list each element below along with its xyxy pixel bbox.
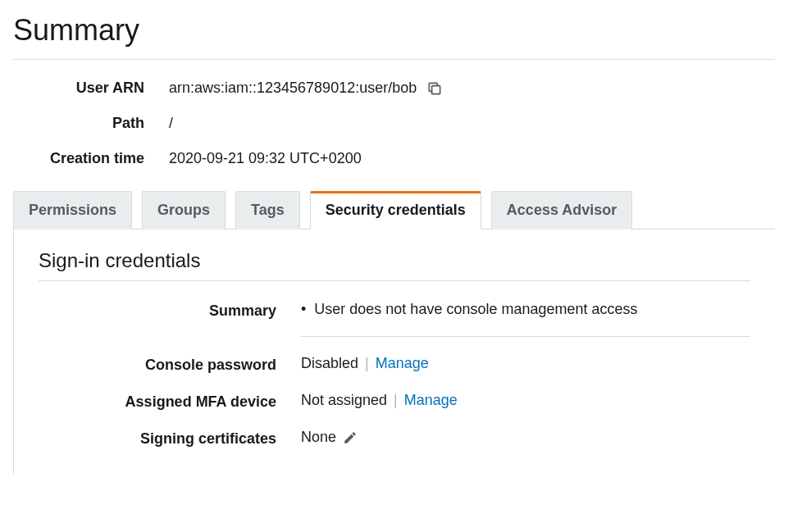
- signing-certs-row: Signing certificates None: [39, 429, 750, 448]
- creation-time-row: Creation time 2020-09-21 09:32 UTC+0200: [21, 150, 775, 167]
- signin-credentials-title: Sign-in credentials: [39, 249, 750, 281]
- console-password-value: Disabled | Manage: [301, 355, 750, 372]
- tab-groups[interactable]: Groups: [142, 191, 225, 230]
- bullet-icon: •: [301, 301, 306, 318]
- console-password-label: Console password: [39, 355, 301, 374]
- summary-text: User does not have console management ac…: [314, 301, 637, 318]
- tabs-container: Permissions Groups Tags Security credent…: [13, 190, 775, 230]
- user-details: User ARN arn:aws:iam::123456789012:user/…: [21, 80, 775, 167]
- user-arn-text: arn:aws:iam::123456789012:user/bob: [169, 80, 417, 97]
- copy-icon[interactable]: [426, 80, 443, 97]
- tab-access-advisor[interactable]: Access Advisor: [491, 191, 632, 230]
- console-password-status: Disabled: [301, 355, 358, 372]
- console-password-manage-link[interactable]: Manage: [376, 355, 429, 372]
- user-arn-label: User ARN: [21, 80, 169, 97]
- summary-value: • User does not have console management …: [301, 301, 750, 337]
- signing-certs-label: Signing certificates: [39, 429, 301, 448]
- tab-tags[interactable]: Tags: [235, 191, 300, 230]
- tab-content: Sign-in credentials Summary • User does …: [13, 230, 775, 474]
- summary-label: Summary: [39, 301, 301, 320]
- user-arn-value: arn:aws:iam::123456789012:user/bob: [169, 80, 443, 97]
- creation-time-value: 2020-09-21 09:32 UTC+0200: [169, 150, 362, 167]
- mfa-manage-link[interactable]: Manage: [404, 392, 458, 409]
- mfa-status: Not assigned: [301, 392, 387, 409]
- tab-security-credentials[interactable]: Security credentials: [310, 191, 481, 230]
- edit-icon[interactable]: [343, 430, 358, 445]
- separator: |: [365, 355, 369, 372]
- mfa-row: Assigned MFA device Not assigned | Manag…: [39, 392, 750, 411]
- console-password-row: Console password Disabled | Manage: [39, 355, 750, 374]
- path-label: Path: [21, 115, 169, 132]
- signing-certs-status: None: [301, 429, 336, 446]
- path-value: /: [169, 115, 173, 132]
- tab-permissions[interactable]: Permissions: [13, 191, 132, 230]
- summary-row: Summary • User does not have console man…: [39, 301, 750, 337]
- creation-time-label: Creation time: [21, 150, 169, 167]
- mfa-label: Assigned MFA device: [39, 392, 301, 411]
- separator: |: [394, 392, 398, 409]
- path-row: Path /: [21, 115, 775, 132]
- user-arn-row: User ARN arn:aws:iam::123456789012:user/…: [21, 80, 775, 97]
- svg-rect-0: [432, 85, 440, 93]
- page-title: Summary: [13, 13, 775, 60]
- mfa-value: Not assigned | Manage: [301, 392, 750, 409]
- signing-certs-value: None: [301, 429, 750, 446]
